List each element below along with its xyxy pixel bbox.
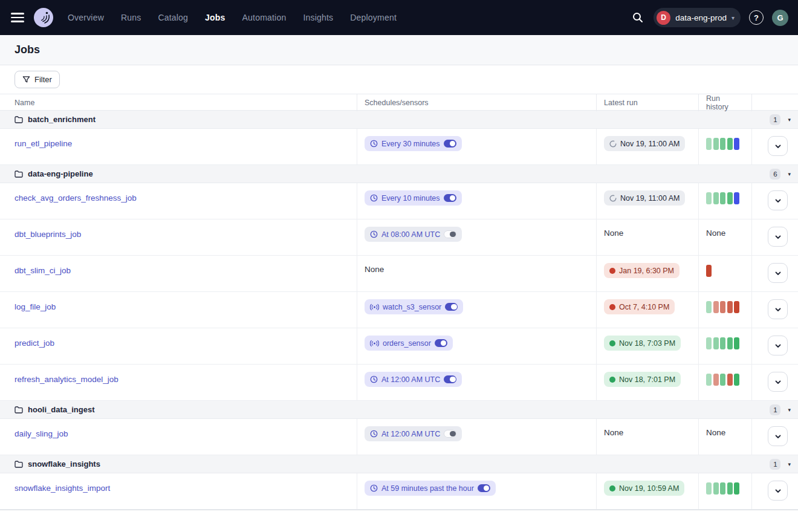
latest-run-chip[interactable]: Nov 18, 7:03 PM	[604, 336, 681, 351]
row-expand-button[interactable]	[768, 263, 788, 283]
schedule-chip[interactable]: Every 30 minutes	[365, 136, 462, 151]
schedule-chip[interactable]: At 12:00 AM UTC	[365, 426, 462, 441]
run-history-bar-inprogress[interactable]	[734, 192, 739, 204]
schedule-toggle[interactable]	[445, 303, 458, 311]
avatar[interactable]: G	[772, 10, 788, 26]
row-expand-button[interactable]	[768, 227, 788, 247]
latest-run-chip[interactable]: Jan 19, 6:30 PM	[604, 263, 680, 278]
schedule-chip[interactable]: At 12:00 AM UTC	[365, 372, 462, 387]
run-history-bar-success[interactable]	[734, 374, 739, 386]
nav-tab-runs[interactable]: Runs	[121, 13, 141, 22]
job-link[interactable]: refresh_analytics_model_job	[15, 372, 118, 384]
run-history-bar-failure[interactable]	[734, 301, 739, 313]
run-history-bar-failure[interactable]	[713, 374, 719, 386]
run-history-bar-success[interactable]	[706, 138, 712, 150]
run-history-bar-success[interactable]	[706, 301, 712, 313]
job-link[interactable]: run_etl_pipeline	[15, 136, 72, 148]
nav-tab-overview[interactable]: Overview	[68, 13, 104, 22]
latest-run-chip[interactable]: Nov 19, 10:59 AM	[604, 481, 684, 496]
latest-run-chip[interactable]: Nov 18, 7:01 PM	[604, 372, 681, 387]
actions-cell	[751, 183, 798, 219]
run-history-cell: None	[698, 219, 751, 255]
run-history-bar-success[interactable]	[727, 138, 733, 150]
group-collapse-caret-icon[interactable]: ▾	[788, 171, 791, 177]
job-link[interactable]: dbt_blueprints_job	[15, 227, 81, 239]
run-history-bar-failure[interactable]	[720, 301, 725, 313]
schedule-toggle[interactable]	[444, 375, 456, 383]
row-expand-button[interactable]	[768, 336, 788, 355]
run-history-bar-failure[interactable]	[727, 301, 733, 313]
schedules-cell: None	[357, 256, 596, 291]
run-history-bar-success[interactable]	[706, 192, 712, 204]
run-history-bar-success[interactable]	[727, 192, 733, 204]
nav-tab-automation[interactable]: Automation	[242, 13, 287, 22]
run-history-bar-success[interactable]	[720, 374, 725, 386]
schedule-chip[interactable]: At 08:00 AM UTC	[365, 227, 462, 242]
dagster-logo-icon[interactable]	[33, 7, 54, 28]
job-group-row[interactable]: batch_enrichment1▾	[0, 111, 798, 129]
menu-icon[interactable]	[11, 13, 24, 22]
run-history-bar-success[interactable]	[713, 482, 719, 495]
job-group-row[interactable]: data-eng-pipeline6▾	[0, 165, 798, 183]
filter-button[interactable]: Filter	[15, 71, 60, 88]
row-expand-button[interactable]	[768, 136, 788, 156]
job-group-row[interactable]: snowflake_insights1▾	[0, 455, 798, 473]
row-expand-button[interactable]	[768, 481, 788, 501]
run-history-bar-success[interactable]	[720, 337, 725, 349]
run-history-bar-inprogress[interactable]	[734, 138, 739, 150]
run-history-bar-failure[interactable]	[727, 374, 733, 386]
nav-tab-deployment[interactable]: Deployment	[350, 13, 397, 22]
schedule-toggle[interactable]	[444, 194, 456, 202]
group-collapse-caret-icon[interactable]: ▾	[788, 117, 791, 123]
schedule-toggle[interactable]	[444, 230, 456, 238]
nav-tab-insights[interactable]: Insights	[303, 13, 333, 22]
sensor-chip[interactable]: orders_sensor	[365, 336, 453, 351]
nav-tab-catalog[interactable]: Catalog	[158, 13, 188, 22]
run-history-bar-success[interactable]	[734, 337, 739, 349]
latest-run-chip[interactable]: Nov 19, 11:00 AM	[604, 136, 685, 151]
run-history-bar-failure[interactable]	[706, 265, 712, 277]
row-expand-button[interactable]	[768, 299, 788, 319]
run-history-bar-success[interactable]	[727, 482, 733, 495]
run-history-bar-failure[interactable]	[713, 301, 719, 313]
job-row: snowflake_insights_importAt 59 minutes p…	[0, 473, 798, 510]
run-history-bar-success[interactable]	[706, 482, 712, 495]
job-group-row[interactable]: hooli_data_ingest1▾	[0, 401, 798, 419]
row-expand-button[interactable]	[768, 372, 788, 392]
job-link[interactable]: check_avg_orders_freshness_job	[15, 190, 137, 203]
help-icon[interactable]: ?	[749, 10, 764, 25]
search-icon[interactable]	[631, 10, 645, 25]
sensor-chip[interactable]: watch_s3_sensor	[365, 299, 463, 314]
schedule-chip[interactable]: At 59 minutes past the hour	[365, 481, 496, 496]
run-history-bar-success[interactable]	[720, 192, 725, 204]
run-history-bar-success[interactable]	[720, 482, 725, 495]
job-link[interactable]: dbt_slim_ci_job	[15, 263, 71, 275]
group-collapse-caret-icon[interactable]: ▾	[788, 461, 791, 467]
nav-tab-jobs[interactable]: Jobs	[205, 13, 225, 22]
run-history-bar-success[interactable]	[706, 374, 712, 386]
run-history-bar-success[interactable]	[713, 337, 719, 349]
run-history-bar-success[interactable]	[734, 482, 739, 495]
job-link[interactable]: log_file_job	[15, 299, 56, 311]
latest-run-chip[interactable]: Oct 7, 4:10 PM	[604, 299, 675, 314]
run-history-bar-success[interactable]	[713, 138, 719, 150]
filter-button-label: Filter	[34, 75, 52, 84]
schedule-toggle[interactable]	[435, 339, 447, 347]
latest-run-chip[interactable]: Nov 19, 11:00 AM	[604, 190, 685, 206]
job-link[interactable]: snowflake_insights_import	[15, 481, 110, 493]
run-history-bar-success[interactable]	[720, 138, 725, 150]
row-expand-button[interactable]	[768, 426, 788, 446]
group-collapse-caret-icon[interactable]: ▾	[788, 407, 791, 413]
schedule-chip[interactable]: Every 10 minutes	[365, 190, 462, 206]
run-history-bar-success[interactable]	[713, 192, 719, 204]
job-link[interactable]: daily_sling_job	[15, 426, 68, 438]
deployment-switcher[interactable]: D data-eng-prod ▾	[654, 8, 741, 27]
job-link[interactable]: predict_job	[15, 336, 54, 348]
row-expand-button[interactable]	[768, 190, 788, 210]
page-header: Jobs	[0, 35, 798, 65]
run-history-bar-success[interactable]	[727, 337, 733, 349]
run-history-bar-success[interactable]	[706, 337, 712, 349]
schedule-toggle[interactable]	[478, 484, 490, 492]
schedule-toggle[interactable]	[444, 140, 456, 148]
schedule-toggle[interactable]	[444, 430, 456, 438]
